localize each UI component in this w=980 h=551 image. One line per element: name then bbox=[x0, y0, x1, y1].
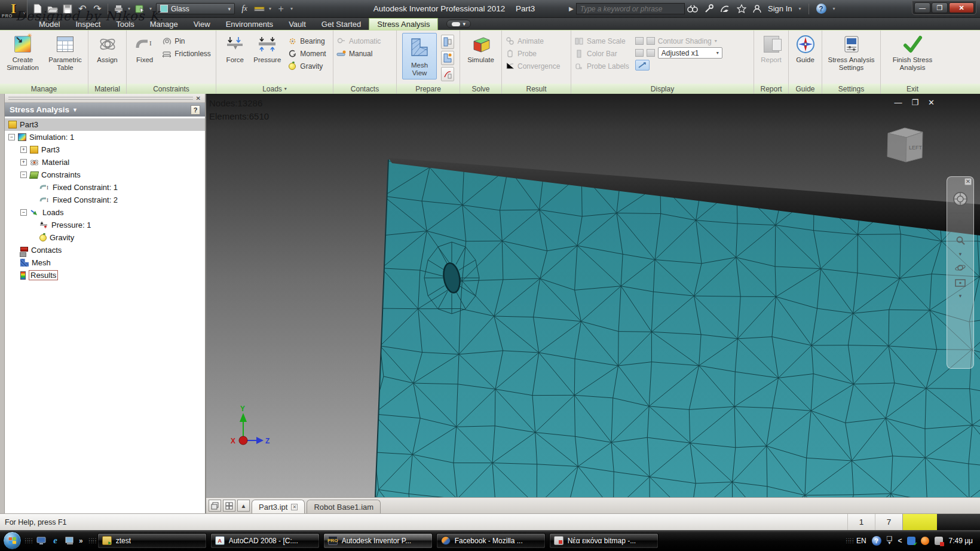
tree-item-mesh[interactable]: Mesh bbox=[5, 256, 205, 269]
browser-help-button[interactable]: ? bbox=[191, 105, 200, 115]
internet-explorer-icon[interactable]: e bbox=[50, 536, 60, 545]
navigation-bar[interactable]: ✕ ▾ ▾ bbox=[947, 176, 974, 369]
tab-environments[interactable]: Environments bbox=[218, 18, 281, 30]
displacement-icon[interactable] bbox=[635, 49, 644, 57]
shading-style-icon[interactable] bbox=[635, 37, 644, 45]
redo-button[interactable]: ↷ bbox=[92, 3, 103, 15]
restore-button[interactable]: ❐ bbox=[932, 2, 948, 13]
taskbar-button-firefox[interactable]: Facebook - Mozilla ... bbox=[436, 533, 546, 549]
collapse-icon[interactable]: − bbox=[8, 134, 15, 140]
tray-help-icon[interactable]: ? bbox=[872, 536, 881, 546]
panel-footer-guide[interactable]: Guide bbox=[789, 84, 822, 94]
tab-vault[interactable]: Vault bbox=[281, 18, 314, 30]
help-button[interactable]: ? bbox=[816, 4, 826, 14]
new-file-button[interactable] bbox=[32, 3, 43, 15]
save-button[interactable] bbox=[62, 3, 73, 15]
assign-material-button[interactable]: Assign bbox=[92, 33, 123, 64]
panel-footer-display[interactable]: Display bbox=[571, 84, 754, 94]
mesh-model[interactable]: Y Z X LEFT bbox=[206, 94, 980, 497]
quick-launch-overflow-icon[interactable]: » bbox=[79, 537, 83, 545]
boundary-display-button[interactable] bbox=[635, 60, 650, 71]
tab-stress-analysis[interactable]: Stress Analysis bbox=[369, 18, 438, 30]
chevron-down-icon[interactable]: ▾ bbox=[128, 6, 130, 11]
tab-view[interactable]: View bbox=[186, 18, 218, 30]
chevron-down-icon[interactable]: ▼ bbox=[72, 107, 78, 113]
tab-model[interactable]: Model bbox=[31, 18, 68, 30]
guide-button[interactable]: Guide bbox=[792, 33, 819, 64]
orbit-icon[interactable] bbox=[954, 262, 966, 273]
collapse-icon[interactable]: − bbox=[20, 209, 27, 216]
tree-item-constraints[interactable]: − Constraints bbox=[5, 169, 205, 181]
collapse-icon[interactable]: − bbox=[20, 172, 27, 178]
measure-button[interactable] bbox=[254, 3, 265, 15]
cascade-windows-button[interactable] bbox=[209, 500, 221, 512]
color-bar-button[interactable]: Color Bar bbox=[574, 48, 629, 59]
tray-volume-icon[interactable] bbox=[935, 537, 943, 545]
taskbar-button-ztest[interactable]: ztest bbox=[97, 533, 207, 549]
clock[interactable]: 7:49 μμ bbox=[948, 537, 973, 545]
animate-results-button[interactable]: Animate bbox=[505, 36, 560, 46]
tree-item-pressure[interactable]: Pressure: 1 bbox=[5, 219, 205, 231]
contour-shading-dropdown[interactable]: Contour Shading bbox=[658, 37, 712, 45]
pan-hand-icon[interactable] bbox=[955, 219, 966, 229]
finish-stress-analysis-button[interactable]: Finish Stress Analysis bbox=[887, 33, 938, 72]
panel-footer-settings[interactable]: Settings bbox=[822, 84, 880, 94]
tray-update-icon[interactable] bbox=[907, 537, 915, 545]
chevron-down-icon[interactable]: ▾ bbox=[959, 251, 962, 257]
same-scale-button[interactable]: Same Scale bbox=[574, 36, 629, 46]
doc-tab-robot-base1[interactable]: Robot Base1.iam bbox=[307, 500, 381, 513]
mesh-view-button[interactable]: Mesh View bbox=[402, 33, 437, 79]
tree-item-material[interactable]: + Material bbox=[5, 156, 205, 169]
application-menu-button[interactable]: I PRO ▾ bbox=[0, 0, 27, 18]
undo-button[interactable]: ↶ bbox=[77, 3, 88, 15]
viewport-restore-button[interactable]: ❐ bbox=[911, 98, 918, 107]
pressure-load-button[interactable]: Pressure bbox=[251, 33, 283, 64]
chevron-down-icon[interactable]: ▾ bbox=[833, 6, 835, 11]
mesh-settings-button[interactable] bbox=[441, 35, 454, 49]
panel-footer-contacts[interactable]: Contacts bbox=[333, 84, 396, 94]
panel-footer-prepare[interactable]: Prepare bbox=[397, 84, 460, 94]
viewport-close-button[interactable]: ✕ bbox=[928, 98, 935, 107]
tab-inspect[interactable]: Inspect bbox=[68, 18, 108, 30]
tray-app-icon[interactable] bbox=[921, 537, 929, 545]
start-button[interactable] bbox=[3, 531, 22, 550]
shading-style-alt-icon[interactable] bbox=[647, 37, 655, 45]
model-viewport[interactable]: Y Z X LEFT Nodes:13286 bbox=[206, 94, 980, 497]
report-button[interactable]: Report bbox=[757, 33, 785, 64]
browser-grip-bar[interactable]: ✕ bbox=[5, 94, 205, 103]
tree-item-loads[interactable]: − Loads bbox=[5, 206, 205, 219]
chevron-down-icon[interactable]: ▾ bbox=[798, 6, 801, 11]
convergence-settings-button[interactable] bbox=[441, 67, 454, 81]
chevron-down-icon[interactable]: ▾ bbox=[959, 293, 962, 299]
tab-get-started[interactable]: Get Started bbox=[314, 18, 369, 30]
moment-load-button[interactable]: Moment bbox=[287, 48, 326, 59]
add-tool-button[interactable]: + bbox=[275, 3, 286, 15]
iproperties-button[interactable] bbox=[134, 3, 145, 15]
tree-item-fixed-constraint-1[interactable]: I Fixed Constraint: 1 bbox=[5, 181, 205, 194]
tree-item-simulation[interactable]: − Simulation: 1 bbox=[5, 131, 205, 143]
look-at-icon[interactable] bbox=[954, 278, 966, 287]
print-button[interactable] bbox=[113, 3, 124, 15]
convergence-plot-button[interactable]: Convergence bbox=[505, 61, 560, 71]
panel-footer-loads[interactable]: Loads▾ bbox=[216, 84, 333, 94]
chevron-down-icon[interactable]: ▾ bbox=[715, 38, 717, 44]
browser-close-icon[interactable]: ✕ bbox=[194, 95, 203, 102]
browser-header[interactable]: Stress Analysis ▼ ? bbox=[5, 103, 205, 117]
close-button[interactable]: ✕ bbox=[949, 2, 974, 13]
parameters-fx-button[interactable]: fx bbox=[239, 3, 250, 15]
tree-item-fixed-constraint-2[interactable]: I Fixed Constraint: 2 bbox=[5, 194, 205, 206]
language-indicator[interactable]: EN bbox=[856, 537, 866, 545]
chevron-down-icon[interactable]: ▾ bbox=[149, 6, 152, 11]
panel-footer-exit[interactable]: Exit bbox=[881, 84, 944, 94]
show-desktop-icon[interactable] bbox=[65, 536, 75, 545]
search-input[interactable] bbox=[576, 3, 685, 14]
search-arrow-icon[interactable]: ▶ bbox=[569, 5, 574, 12]
manual-contacts-button[interactable]: Manual bbox=[336, 48, 381, 59]
tab-tools[interactable]: Tools bbox=[108, 18, 142, 30]
chevron-down-icon[interactable]: ▾ bbox=[290, 6, 293, 11]
tree-item-part3-root[interactable]: Part3 bbox=[5, 118, 205, 131]
pin-constraint-button[interactable]: Pin bbox=[162, 36, 211, 46]
taskbar-button-autocad[interactable]: A AutoCAD 2008 - [C:... bbox=[210, 533, 320, 549]
viewcube[interactable]: LEFT bbox=[887, 128, 923, 162]
tab-close-icon[interactable]: ✕ bbox=[291, 504, 298, 510]
